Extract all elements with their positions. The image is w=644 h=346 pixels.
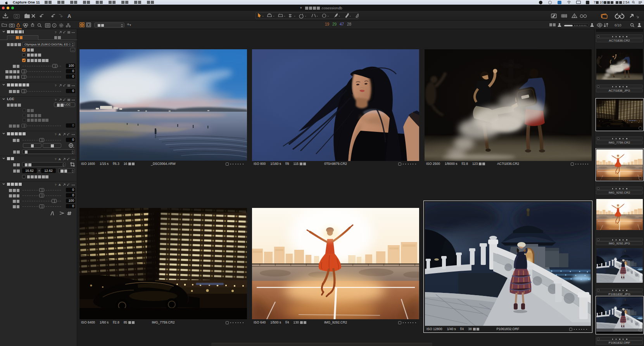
svg-text:6/10: 6/10 — [615, 23, 622, 27]
svg-text:A: A — [67, 13, 71, 19]
